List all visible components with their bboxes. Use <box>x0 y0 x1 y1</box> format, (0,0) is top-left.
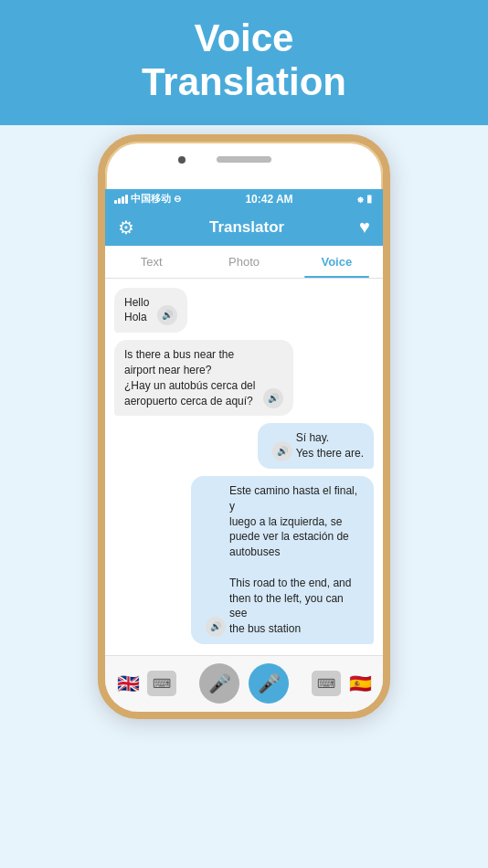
mic-left-icon: 🎤 <box>208 672 231 694</box>
mic-left-button[interactable]: 🎤 <box>199 663 239 704</box>
bottom-bar: 🇬🇧 ⌨ 🎤 🎤 ⌨ 🇪🇸 <box>105 655 383 712</box>
bubble-line-4-5: This road to the end, and <box>229 576 364 591</box>
signal-bar-1 <box>114 200 117 204</box>
phone-speaker-grille <box>217 156 271 163</box>
bubble-line-2-1: Is there a bus near the <box>124 347 255 363</box>
bluetooth-icon: ⎈ <box>357 194 364 205</box>
signal-bar-2 <box>118 198 121 204</box>
message-bubble-3: 🔊 Sí hay. Yes there are. <box>258 423 374 469</box>
bubble-line-4-3: puede ver la estación de <box>229 529 364 545</box>
bubble-text-3: Sí hay. Yes there are. <box>296 430 364 461</box>
message-bubble-4: 🔊 Este camino hasta el final, y luego a … <box>191 476 374 644</box>
bubble-line-1-2: Hola <box>124 310 149 325</box>
bubble-line-3-1: Sí hay. <box>296 430 364 446</box>
speaker-icon-4[interactable]: 🔊 <box>206 617 226 637</box>
nav-title: Translator <box>209 218 284 237</box>
speaker-icon-2[interactable]: 🔊 <box>263 388 283 408</box>
bottom-left-controls: 🇬🇧 ⌨ <box>112 671 176 696</box>
message-row-2: Is there a bus near the airport near her… <box>114 340 374 416</box>
keyboard-right-icon: ⌨ <box>317 676 335 691</box>
bubble-line-2-2: airport near here? <box>124 363 255 378</box>
nav-bar: ⚙ Translator ♥ <box>105 209 383 246</box>
bubble-text-4: Este camino hasta el final, y luego a la… <box>229 483 364 637</box>
status-time: 10:42 AM <box>245 193 292 206</box>
signal-bars <box>114 195 128 204</box>
message-bubble-2: Is there a bus near the airport near her… <box>114 340 293 416</box>
message-bubble-1: Hello Hola 🔊 <box>114 288 187 333</box>
tab-photo[interactable]: Photo <box>197 246 290 278</box>
favorites-icon[interactable]: ♥ <box>359 217 370 238</box>
wifi-icon: ⊖ <box>174 194 181 204</box>
bubble-content-2: Is there a bus near the airport near her… <box>124 347 283 408</box>
message-row-3: 🔊 Sí hay. Yes there are. <box>114 423 374 469</box>
mic-right-button[interactable]: 🎤 <box>249 663 289 704</box>
bubble-line-4-6: then to the left, you can see <box>229 591 364 622</box>
phone-camera <box>178 156 186 164</box>
status-bar: 中国移动 ⊖ 10:42 AM ⎈ ▮ <box>105 189 383 209</box>
phone-frame: 中国移动 ⊖ 10:42 AM ⎈ ▮ ⚙ Translator ♥ Text … <box>98 134 390 719</box>
mic-right-icon: 🎤 <box>258 672 281 694</box>
bubble-text-1: Hello Hola <box>124 295 149 326</box>
signal-bar-3 <box>122 196 124 204</box>
title-line1: Voice <box>195 16 294 59</box>
bubble-content-3: 🔊 Sí hay. Yes there are. <box>268 430 364 461</box>
app-title: Voice Translation <box>142 16 346 105</box>
speaker-icon-1[interactable]: 🔊 <box>157 305 177 325</box>
bubble-line-2-3: ¿Hay un autobús cerca del <box>124 378 255 394</box>
status-left: 中国移动 ⊖ <box>114 192 181 206</box>
bubble-line-4-7: the bus station <box>229 621 364 637</box>
keyboard-left-icon: ⌨ <box>153 676 171 691</box>
bubble-line-4-4: autobuses <box>229 545 364 560</box>
bottom-right-controls: ⌨ 🇪🇸 <box>312 671 376 696</box>
bubble-line-4-2: luego a la izquierda, se <box>229 514 364 530</box>
phone-top <box>105 142 383 189</box>
speaker-icon-3[interactable]: 🔊 <box>272 441 292 461</box>
bubble-line-4-1: Este camino hasta el final, y <box>229 483 364 514</box>
bubble-content-1: Hello Hola 🔊 <box>124 295 177 326</box>
phone-area: 中国移动 ⊖ 10:42 AM ⎈ ▮ ⚙ Translator ♥ Text … <box>0 125 488 868</box>
keyboard-left-button[interactable]: ⌨ <box>147 671 176 696</box>
bubble-line-1-1: Hello <box>124 295 149 311</box>
bubble-line-3-2: Yes there are. <box>296 446 364 461</box>
tab-text[interactable]: Text <box>105 246 197 278</box>
bottom-center-controls: 🎤 🎤 <box>199 663 289 704</box>
flag-english[interactable]: 🇬🇧 <box>112 672 143 694</box>
app-header: Voice Translation <box>0 0 488 125</box>
settings-icon[interactable]: ⚙ <box>118 217 134 238</box>
tab-bar: Text Photo Voice <box>105 246 383 279</box>
bubble-content-4: 🔊 Este camino hasta el final, y luego a … <box>201 483 364 637</box>
bubble-text-2: Is there a bus near the airport near her… <box>124 347 255 408</box>
signal-bar-4 <box>125 195 128 204</box>
message-row-4: 🔊 Este camino hasta el final, y luego a … <box>114 476 374 644</box>
battery-icon: ▮ <box>366 193 372 205</box>
flag-spanish[interactable]: 🇪🇸 <box>345 672 376 694</box>
message-row-1: Hello Hola 🔊 <box>114 288 374 333</box>
title-line2: Translation <box>142 60 346 103</box>
carrier-name: 中国移动 <box>131 192 171 206</box>
tab-voice[interactable]: Voice <box>291 246 383 278</box>
bubble-line-2-4: aeropuerto cerca de aquí? <box>124 394 255 409</box>
chat-area: Hello Hola 🔊 Is there a bus near the air… <box>105 279 383 655</box>
status-right: ⎈ ▮ <box>357 193 372 205</box>
keyboard-right-button[interactable]: ⌨ <box>312 671 341 696</box>
